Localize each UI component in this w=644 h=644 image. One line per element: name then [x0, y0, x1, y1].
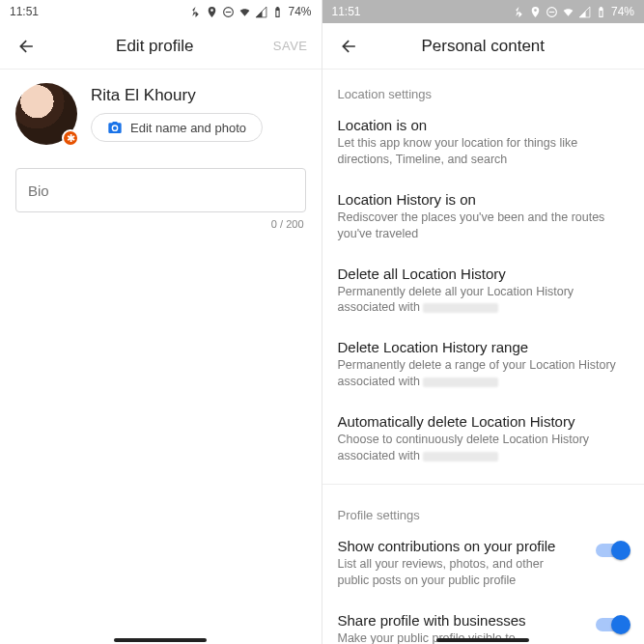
- battery-text: 74%: [288, 5, 311, 18]
- bio-char-count: 0 / 200: [0, 214, 322, 230]
- row-title: Automatically delete Location History: [338, 413, 630, 430]
- setting-location-history[interactable]: Location History is on Rediscover the pl…: [322, 182, 645, 256]
- setting-delete-history-range[interactable]: Delete Location History range Permanentl…: [322, 329, 645, 404]
- status-right: 74%: [513, 5, 634, 18]
- redacted-text: [423, 303, 498, 313]
- setting-auto-delete-history[interactable]: Automatically delete Location History Ch…: [322, 404, 645, 478]
- profile-row: ✱ Rita El Khoury Edit name and photo: [0, 70, 322, 154]
- row-title: Delete Location History range: [338, 339, 630, 355]
- toggle-show-contributions[interactable]: Show contributions on your profile List …: [322, 528, 645, 602]
- back-button[interactable]: [14, 33, 41, 60]
- nav-pill[interactable]: [436, 638, 529, 642]
- switch[interactable]: [596, 618, 629, 631]
- content-scroll[interactable]: Location settings Location is on Let thi…: [322, 70, 645, 644]
- section-profile-label: Profile settings: [322, 490, 645, 528]
- page-title: Edit profile: [41, 37, 269, 56]
- bluetooth-icon: [189, 6, 202, 18]
- bluetooth-icon: [513, 6, 525, 18]
- dnd-icon: [546, 6, 558, 18]
- section-location-label: Location settings: [322, 70, 645, 107]
- battery-icon: [271, 6, 284, 18]
- status-right: 74%: [189, 5, 311, 18]
- row-subtitle: Choose to continuously delete Location H…: [338, 432, 630, 464]
- dnd-icon: [222, 6, 235, 18]
- battery-icon: [595, 6, 607, 18]
- app-bar: Edit profile SAVE: [0, 23, 322, 70]
- row-subtitle: List all your reviews, photos, and other…: [338, 556, 550, 589]
- setting-delete-all-history[interactable]: Delete all Location History Permanently …: [322, 256, 645, 330]
- status-time: 11:51: [10, 5, 39, 18]
- redacted-text: [423, 378, 498, 387]
- setting-location[interactable]: Location is on Let this app know your lo…: [322, 107, 645, 182]
- row-subtitle: Let this app know your location for thin…: [338, 135, 630, 168]
- row-subtitle: Permanently delete all your Location His…: [338, 284, 630, 317]
- switch[interactable]: [596, 544, 629, 557]
- status-bar: 11:51 74%: [0, 0, 322, 23]
- row-subtitle: Rediscover the places you've been and th…: [338, 210, 630, 242]
- divider: [322, 484, 645, 485]
- screen-personal-content: 11:51 74% Personal content Location sett…: [322, 0, 645, 644]
- status-time: 11:51: [332, 5, 361, 18]
- location-icon: [206, 6, 218, 18]
- row-title: Delete all Location History: [338, 266, 630, 282]
- wifi-icon: [238, 6, 251, 18]
- row-title: Show contributions on your profile: [338, 538, 587, 554]
- nav-pill[interactable]: [114, 638, 207, 642]
- row-title: Location History is on: [338, 191, 630, 208]
- location-icon: [529, 6, 542, 18]
- edit-chip-label: Edit name and photo: [130, 121, 246, 135]
- arrow-left-icon: [17, 37, 37, 56]
- redacted-text: [423, 452, 498, 462]
- profile-name: Rita El Khoury: [91, 86, 263, 105]
- app-bar: Personal content: [322, 23, 645, 70]
- wifi-icon: [562, 6, 574, 18]
- save-button[interactable]: SAVE: [269, 39, 308, 53]
- battery-text: 74%: [611, 5, 634, 18]
- page-title: Personal content: [363, 37, 604, 56]
- bio-input[interactable]: [28, 182, 294, 199]
- row-title: Location is on: [338, 117, 630, 133]
- edit-name-photo-button[interactable]: Edit name and photo: [91, 113, 263, 142]
- status-bar: 11:51 74%: [322, 0, 645, 23]
- arrow-left-icon: [340, 37, 359, 56]
- camera-icon: [107, 120, 123, 135]
- row-title: Share profile with businesses: [338, 612, 587, 629]
- bio-field[interactable]: [15, 168, 306, 212]
- screen-edit-profile: 11:51 74% Edit profile SAVE ✱: [0, 0, 322, 644]
- back-button[interactable]: [336, 33, 363, 60]
- local-guide-badge-icon: ✱: [62, 129, 79, 147]
- avatar[interactable]: ✱: [15, 83, 77, 145]
- row-subtitle: Permanently delete a range of your Locat…: [338, 357, 630, 390]
- signal-icon: [255, 6, 267, 18]
- signal-icon: [578, 6, 591, 18]
